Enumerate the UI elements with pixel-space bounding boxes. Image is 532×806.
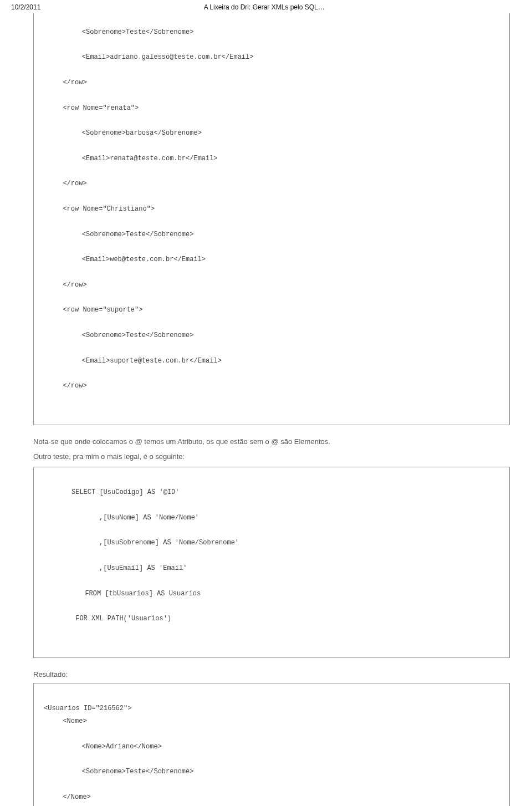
code-line: <Email>suporte@teste.com.br</Email> (44, 355, 499, 368)
code-line: <row Nome="suporte"> (44, 304, 499, 317)
content-column: <Sobrenome>Teste</Sobrenome> <Email>adri… (33, 13, 510, 806)
code-line: <row Nome="Christiano"> (44, 203, 499, 216)
code-line: <Email>renata@teste.com.br</Email> (44, 152, 499, 165)
code-line: <Email>web@teste.com.br</Email> (44, 253, 499, 266)
code-line: <Sobrenome>barbosa</Sobrenome> (44, 127, 499, 140)
code-line: </row> (44, 76, 499, 89)
header-title: A Lixeira do Dri: Gerar XMLs pelo SQL… (204, 3, 325, 11)
code-block-sql: SELECT [UsuCodigo] AS '@ID' ,[UsuNome] A… (33, 467, 510, 658)
code-line: <Sobrenome>Teste</Sobrenome> (44, 228, 499, 241)
code-line: SELECT [UsuCodigo] AS '@ID' (44, 486, 499, 499)
code-line: <Sobrenome>Teste</Sobrenome> (44, 766, 499, 778)
code-line: ,[UsuEmail] AS 'Email' (44, 562, 499, 575)
header-date: 10/2/2011 (11, 3, 40, 11)
code-line: </row> (44, 279, 499, 292)
header-spacer (488, 3, 521, 11)
code-line: <row Nome="renata"> (44, 102, 499, 115)
code-line: ,[UsuNome] AS 'Nome/Nome' (44, 512, 499, 524)
code-line: <Email>adriano.galesso@teste.com.br</Ema… (44, 51, 499, 64)
code-block-xml-rows: <Sobrenome>Teste</Sobrenome> <Email>adri… (33, 13, 510, 425)
code-line: <Nome> (44, 715, 499, 728)
code-line: <Nome>Adriano</Nome> (44, 741, 499, 753)
code-line: </row> (44, 177, 499, 190)
paragraph-outro: Outro teste, pra mim o mais legal, é o s… (33, 451, 510, 462)
page-header: 10/2/2011 A Lixeira do Dri: Gerar XMLs p… (11, 3, 521, 11)
code-line: FOR XML PATH('Usuarios') (44, 613, 499, 625)
code-line: <Sobrenome>Teste</Sobrenome> (44, 26, 499, 39)
code-line: <Usuarios ID="216562"> (44, 705, 131, 712)
code-line: <Sobrenome>Teste</Sobrenome> (44, 329, 499, 342)
code-line: </row> (44, 380, 499, 392)
code-line: ,[UsuSobrenome] AS 'Nome/Sobrenome' (44, 537, 499, 549)
paragraph-nota: Nota-se que onde colocamos o @ temos um … (33, 436, 510, 447)
code-line: </Nome> (44, 791, 499, 804)
result-label: Resultado: (33, 670, 510, 679)
code-block-result: <Usuarios ID="216562"> <Nome> <Nome>Adri… (33, 683, 510, 806)
code-line: FROM [tbUsuarios] AS Usuarios (44, 588, 499, 600)
